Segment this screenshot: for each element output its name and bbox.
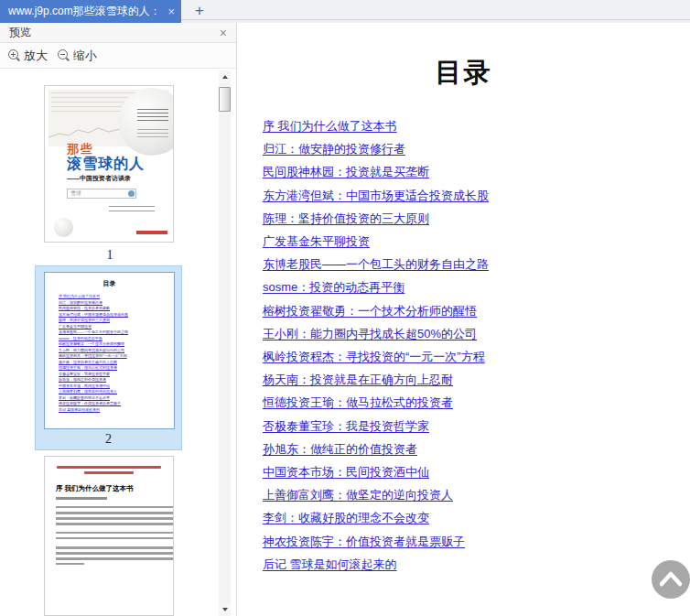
cover-publisher-mark (136, 231, 167, 234)
page-number-2: 2 (36, 432, 181, 447)
zoom-out-icon (58, 49, 70, 61)
thumb-paragraph-line (56, 563, 84, 566)
thumb-paragraph-lines (56, 532, 174, 540)
toc-link[interactable]: 恒德投资王瑜：做马拉松式的投资者 (263, 391, 453, 414)
thumbnail-page-2-selected[interactable]: 目录 序 我们为什么做了这本书归江：做安静的投资修行者民间股神林园：投资就是买垄… (35, 265, 182, 450)
thumb-paragraph-lines (56, 546, 174, 560)
thumb-red-notice-line (57, 466, 162, 469)
thumbnail-list: 那些 滚雪球的人 ——中国投资者访谈录 雪球 1 目录 序 我们为什么做了这本书… (0, 69, 236, 616)
toc-link-list: 序 我们为什么做了这本书归江：做安静的投资修行者民间股神林园：投资就是买垄断东方… (263, 114, 690, 576)
toc-link[interactable]: 枫岭投资程杰：寻找投资的“一元一次”方程 (263, 345, 485, 368)
toc-page-title: 目录 (237, 54, 690, 91)
thumb-toc-line: 后记 雪球是如何滚起来的 (59, 407, 161, 414)
panel-title: 预览 (9, 25, 220, 40)
zoom-toolbar: 放大 缩小 (0, 43, 236, 69)
thumb-paragraph-lines (56, 506, 174, 525)
zoom-in-button[interactable]: 放大 (8, 48, 48, 64)
scroll-down-button[interactable] (219, 603, 231, 616)
triangle-down-icon (222, 608, 228, 611)
toc-link[interactable]: 中国资本市场：民间投资酒中仙 (263, 460, 429, 483)
thumb-toc-lines: 序 我们为什么做了这本书归江：做安静的投资修行者民间股神林园：投资就是买垄断东方… (59, 294, 174, 413)
cover-search-icon (128, 190, 135, 197)
cover-gray-text-lines (137, 129, 168, 139)
cover-credit-lines (109, 206, 155, 214)
toc-link[interactable]: 王小刚：能力圈内寻找成长超50%的公司 (263, 322, 477, 345)
thumb-red-notice-line (84, 471, 133, 474)
tab-bar: www.j9p.com那些滚雪球的人： × + (0, 0, 690, 23)
scrollbar-track[interactable] (219, 83, 231, 603)
toc-link[interactable]: 神农投资陈宇：价值投资者就是票贩子 (263, 530, 465, 553)
toc-link[interactable]: sosme：投资的动态再平衡 (263, 276, 404, 298)
browser-tab[interactable]: www.j9p.com那些滚雪球的人： × (0, 0, 181, 23)
preview-panel: 预览 × 放大 缩小 那些 滚雪球的人 ——中国投资者访谈录 (0, 23, 237, 616)
scroll-up-button[interactable] (219, 70, 231, 83)
thumbnail-page-3[interactable]: 序 我们为什么做了这本书 (44, 456, 174, 616)
cover-search-text: 雪球 (68, 189, 135, 198)
cover-title-main: 滚雪球的人 (67, 155, 145, 174)
cover-search-box: 雪球 (67, 189, 136, 199)
toc-link[interactable]: 东方港湾但斌：中国市场更适合投资成长股 (263, 184, 489, 207)
thumb-paragraph-line (56, 497, 107, 500)
thumb-toc-title: 目录 (45, 279, 174, 288)
thumbnail-page-2: 目录 序 我们为什么做了这本书归江：做安静的投资修行者民间股神林园：投资就是买垄… (44, 272, 175, 429)
cover-snowball-small (54, 218, 73, 237)
zoom-out-button[interactable]: 缩小 (58, 48, 97, 64)
chevron-up-icon (652, 560, 690, 599)
back-to-top-button[interactable] (652, 560, 690, 599)
toc-link[interactable]: 孙旭东：做纯正的价值投资者 (263, 438, 417, 460)
toc-link[interactable]: 杨天南：投资就是在正确方向上忍耐 (263, 368, 453, 391)
document-view: 目录 序 我们为什么做了这本书归江：做安静的投资修行者民间股神林园：投资就是买垄… (237, 23, 690, 616)
toc-link[interactable]: 上善御富刘鹰：做坚定的逆向投资人 (263, 483, 453, 506)
toc-link[interactable]: 陈理：坚持价值投资的三大原则 (263, 207, 429, 230)
toc-link[interactable]: 序 我们为什么做了这本书 (263, 114, 397, 137)
panel-scrollbar[interactable] (219, 70, 231, 616)
thumb-preface-heading: 序 我们为什么做了这本书 (56, 484, 162, 493)
page-number-1: 1 (0, 248, 220, 263)
toc-link[interactable]: 东博老股民——一个包工头的财务自由之路 (263, 253, 489, 276)
toc-link[interactable]: 李剑：收藏好股的理念不会改变 (263, 506, 429, 529)
toc-link[interactable]: 广发基金朱平聊投资 (263, 230, 370, 253)
triangle-up-icon (222, 75, 228, 79)
panel-close-icon[interactable]: × (220, 26, 227, 40)
toc-link[interactable]: 民间股神林园：投资就是买垄断 (263, 160, 429, 183)
preview-panel-header: 预览 × (0, 23, 236, 43)
scrollbar-thumb[interactable] (219, 87, 231, 112)
cover-red-text-lines (137, 109, 168, 122)
zoom-in-icon (8, 49, 20, 61)
cover-subtitle: ——中国投资者访谈录 (67, 174, 131, 183)
tab-title: www.j9p.com那些滚雪球的人： (8, 4, 164, 19)
tab-close-icon[interactable]: × (167, 5, 175, 17)
toc-link[interactable]: 归江：做安静的投资修行者 (263, 137, 405, 160)
thumbnail-page-1[interactable]: 那些 滚雪球的人 ——中国投资者访谈录 雪球 (44, 85, 174, 243)
new-tab-button[interactable]: + (189, 2, 210, 19)
toc-link[interactable]: 榕树投资翟敬勇：一个技术分析师的醒悟 (263, 299, 477, 322)
toc-link[interactable]: 后记 雪球是如何滚起来的 (263, 553, 397, 576)
toc-link[interactable]: 否极泰董宝珍：我是投资哲学家 (263, 415, 429, 438)
zoom-in-label: 放大 (24, 48, 48, 64)
zoom-out-label: 缩小 (73, 48, 97, 64)
